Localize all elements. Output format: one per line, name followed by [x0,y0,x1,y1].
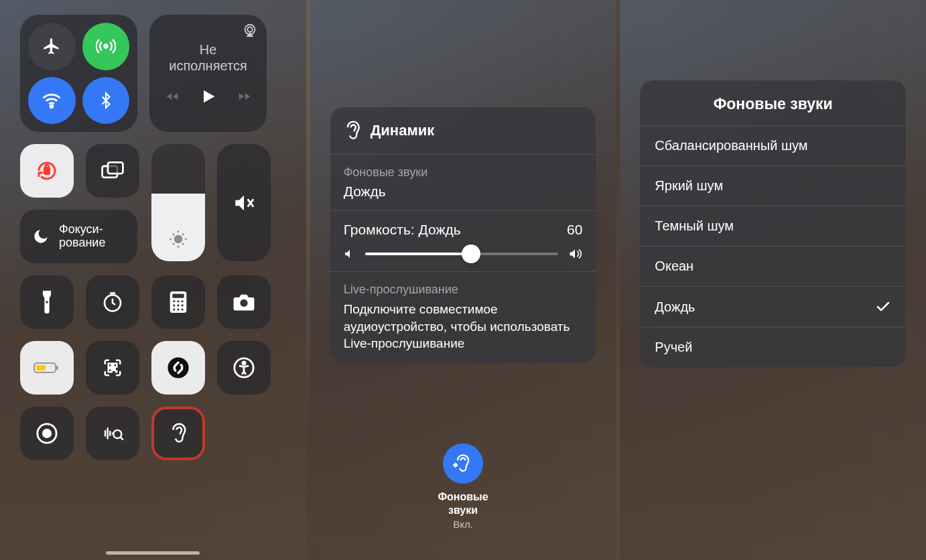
section-value: Дождь [344,184,583,200]
svg-point-8 [46,301,48,303]
volume-slider[interactable] [217,144,271,261]
live-listen-text: Подключите совместимое аудиоустройство, … [344,301,583,352]
svg-point-17 [182,304,184,306]
svg-point-14 [182,300,184,302]
speaker-muted-icon [233,192,255,214]
soundwave-search-icon [101,423,124,443]
hearing-panel-screen: Динамик Фоновые звуки Дождь Громкость: Д… [310,0,616,560]
cellular-data-button[interactable] [82,23,130,70]
airplay-icon[interactable] [243,23,257,38]
shazam-button[interactable] [151,341,205,395]
connectivity-module[interactable] [20,15,137,132]
wifi-icon [42,90,62,111]
airplane-icon [42,37,61,56]
brightness-slider[interactable] [151,144,205,261]
toggle-status: Вкл. [310,518,616,530]
sound-recognition-button[interactable] [86,407,139,460]
panel-header: Динамик [330,107,596,155]
svg-point-3 [247,27,252,31]
svg-rect-28 [113,368,115,370]
background-sounds-row[interactable]: Фоновые звуки Дождь [330,155,596,211]
svg-point-30 [168,357,188,378]
rotation-lock-icon [35,159,59,183]
qr-icon [103,358,123,378]
wifi-button[interactable] [28,77,76,125]
camera-button[interactable] [217,275,271,329]
flashlight-button[interactable] [20,275,74,329]
flashlight-icon [40,291,54,313]
sound-option-label: Сбалансированный шум [655,138,807,153]
accessibility-icon [233,356,255,379]
sound-option[interactable]: Темный шум [640,206,906,246]
section-label: Фоновые звуки [344,165,583,180]
focus-button[interactable]: Фокуси- рование [20,210,137,263]
ear-sound-icon [453,452,473,475]
media-title: Не исполняется [169,42,247,74]
shazam-icon [167,356,190,379]
svg-rect-29 [116,371,117,372]
play-button[interactable] [199,87,218,106]
svg-rect-25 [109,364,112,367]
calculator-icon [170,291,187,313]
focus-label: Фокуси- рование [59,223,105,250]
rotation-lock-button[interactable] [20,144,74,198]
checkmark-icon [875,299,891,315]
svg-rect-4 [44,168,50,174]
svg-point-16 [177,304,179,306]
sound-option-label: Дождь [655,299,695,315]
airplane-mode-button[interactable] [28,23,76,70]
bluetooth-icon [97,90,115,111]
sounds-list-screen: Фоновые звуки Сбалансированный шумЯркий … [620,0,926,560]
hearing-panel: Динамик Фоновые звуки Дождь Громкость: Д… [330,107,596,363]
svg-point-19 [177,308,179,310]
svg-point-20 [182,308,184,310]
sound-option[interactable]: Ручей [640,327,906,367]
calculator-button[interactable] [151,275,205,329]
background-sounds-toggle[interactable] [443,443,483,484]
sound-option[interactable]: Океан [640,246,906,286]
live-listen-section: Live-прослушивание Подключите совместимо… [330,272,596,363]
speaker-high-icon [568,247,582,261]
ear-icon [344,119,361,142]
sounds-list-panel: Фоновые звуки Сбалансированный шумЯркий … [640,80,906,367]
screen-recording-button[interactable] [20,407,74,460]
hearing-button[interactable] [151,407,205,460]
control-center-screen: Не исполняется Фокуси- рование [0,0,306,560]
ear-icon [169,421,188,445]
svg-point-13 [177,300,179,302]
camera-icon [233,293,255,311]
svg-point-18 [173,308,175,310]
timer-icon [102,291,123,313]
media-module[interactable]: Не исполняется [149,15,267,132]
previous-track-button[interactable] [164,90,180,103]
volume-slider[interactable] [365,253,559,255]
svg-point-0 [104,45,107,48]
sun-icon [168,229,188,249]
bluetooth-button[interactable] [82,77,130,125]
svg-rect-11 [172,294,184,298]
battery-icon [34,361,60,374]
svg-rect-23 [56,366,58,370]
home-indicator[interactable] [106,551,200,555]
volume-value: 60 [567,222,582,238]
slider-thumb[interactable] [462,244,480,263]
svg-point-7 [175,236,182,242]
accessibility-shortcut-button[interactable] [217,341,271,395]
antenna-icon [96,36,116,56]
svg-point-1 [50,105,53,108]
svg-rect-27 [109,368,112,372]
low-power-mode-button[interactable] [20,341,74,395]
svg-point-15 [173,304,175,306]
sound-option-label: Ручей [655,340,692,355]
sound-option[interactable]: Сбалансированный шум [640,125,906,165]
sound-option-label: Яркий шум [655,178,723,194]
section-label: Live-прослушивание [344,283,583,297]
svg-point-32 [243,362,245,364]
sound-option[interactable]: Дождь [640,286,906,327]
timer-button[interactable] [86,275,139,329]
next-track-button[interactable] [237,90,253,103]
screen-mirroring-button[interactable] [86,144,139,198]
qr-scanner-button[interactable] [86,341,139,395]
svg-rect-26 [113,364,117,367]
sound-option[interactable]: Яркий шум [640,165,906,206]
